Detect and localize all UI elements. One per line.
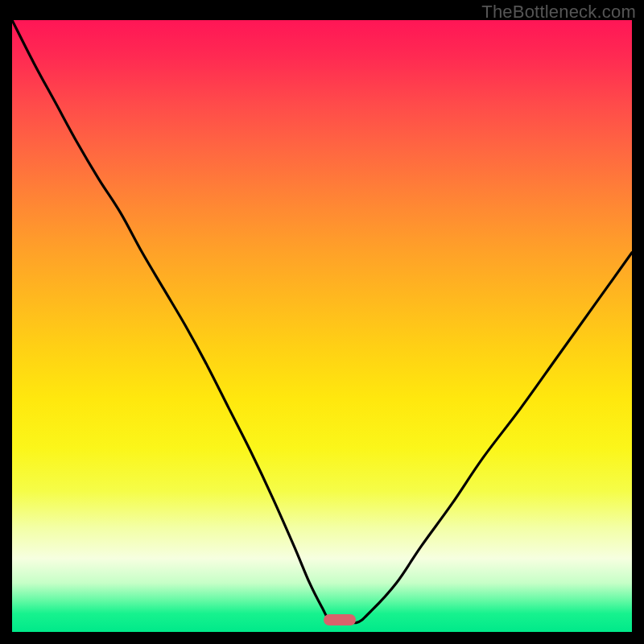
chart-stage: TheBottleneck.com — [0, 0, 644, 644]
watermark-text: TheBottleneck.com — [481, 2, 636, 23]
chart-curve-svg — [12, 20, 632, 632]
chart-plot-area — [12, 20, 632, 632]
bottleneck-curve-left — [12, 20, 341, 623]
bottleneck-curve-right — [341, 253, 632, 623]
optimal-marker — [324, 614, 356, 625]
